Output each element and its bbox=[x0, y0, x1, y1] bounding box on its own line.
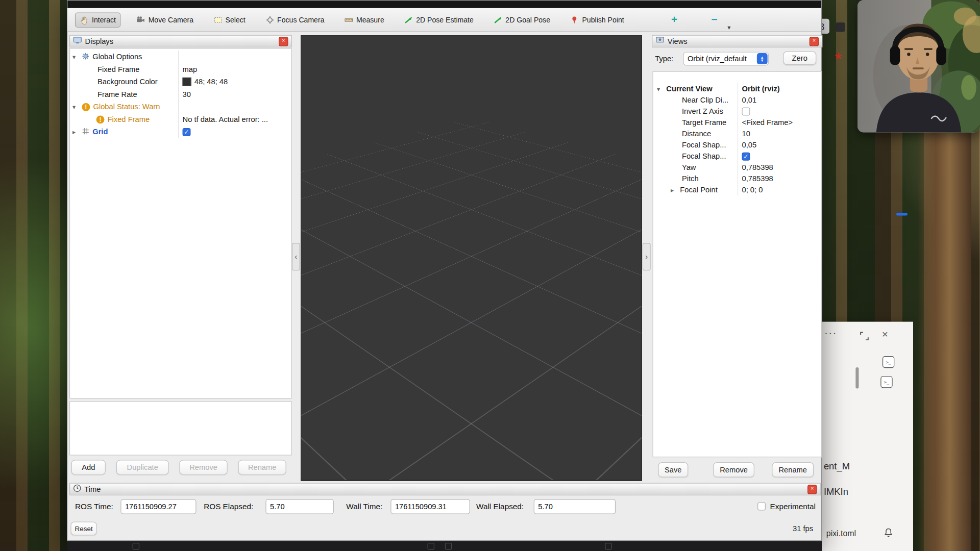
views-panel: Views × Type: Orbit (rviz_default ▴▾ Zer… bbox=[652, 35, 822, 480]
zero-button[interactable]: Zero bbox=[783, 51, 816, 65]
grid-icon bbox=[82, 127, 89, 136]
save-view-button[interactable]: Save bbox=[658, 462, 688, 477]
tool-select[interactable]: Select bbox=[209, 13, 250, 27]
focal-shape-checkbox[interactable]: ✓ bbox=[742, 152, 750, 160]
monitor-icon bbox=[73, 36, 82, 46]
experimental-checkbox[interactable] bbox=[757, 502, 766, 510]
view-row-focal-shape-fixed[interactable]: Focal Shap... ✓ bbox=[653, 151, 821, 162]
terminal-icon[interactable]: >_ bbox=[880, 376, 892, 388]
display-row-global-status[interactable]: ▾ ! Global Status: Warn bbox=[70, 101, 291, 113]
expander-closed-icon[interactable]: ▸ bbox=[671, 187, 677, 193]
remove-tool-button[interactable]: − bbox=[711, 14, 717, 26]
expander-open-icon[interactable]: ▾ bbox=[657, 85, 663, 92]
taskbar-icon[interactable] bbox=[133, 543, 139, 549]
view-row-pitch[interactable]: Pitch 0,785398 bbox=[653, 173, 821, 184]
time-panel: Time × ROS Time: ROS Elapsed: Wall Time:… bbox=[69, 483, 821, 541]
view-row-current-view[interactable]: ▾ Current View Orbit (rviz) bbox=[653, 83, 821, 94]
background-taskbar-strip bbox=[67, 541, 822, 551]
rviz-window: Interact Move Camera Select Focus Camera bbox=[67, 0, 822, 541]
collapse-left-handle[interactable]: ‹ bbox=[292, 243, 300, 270]
pose-arrow-icon bbox=[404, 15, 413, 24]
ros-elapsed-label: ROS Elapsed: bbox=[204, 502, 253, 511]
render-viewport[interactable] bbox=[301, 35, 642, 481]
add-tool-button[interactable]: + bbox=[671, 14, 677, 26]
tool-2d-goal-pose[interactable]: 2D Goal Pose bbox=[489, 13, 554, 27]
publish-point-icon bbox=[570, 15, 579, 24]
displays-panel-header: Displays × bbox=[69, 35, 292, 47]
overflow-menu-icon[interactable]: ··· bbox=[824, 327, 837, 339]
rename-display-button[interactable]: Rename bbox=[238, 460, 286, 474]
view-row-focal-point[interactable]: ▸ Focal Point 0; 0; 0 bbox=[653, 184, 821, 195]
goal-arrow-icon bbox=[494, 15, 502, 24]
tool-measure[interactable]: Measure bbox=[340, 13, 388, 27]
display-row-fixed-frame[interactable]: Fixed Frame map bbox=[70, 63, 291, 76]
toolbar-overflow-chevron-icon[interactable]: ▾ bbox=[727, 24, 730, 31]
collapse-right-handle[interactable]: › bbox=[643, 243, 651, 270]
display-row-global-options[interactable]: ▾ Global Options bbox=[70, 51, 291, 63]
scrollbar-thumb[interactable] bbox=[855, 367, 859, 389]
display-row-grid[interactable]: ▸ Grid ✓ bbox=[70, 126, 291, 138]
clock-icon bbox=[73, 484, 81, 494]
duplicate-display-button[interactable]: Duplicate bbox=[116, 460, 169, 474]
reset-button[interactable]: Reset bbox=[70, 521, 96, 535]
expander-closed-icon[interactable]: ▸ bbox=[72, 129, 79, 135]
taskbar-icon[interactable] bbox=[428, 543, 434, 549]
close-time-button[interactable]: × bbox=[807, 485, 817, 494]
tool-interact[interactable]: Interact bbox=[75, 12, 121, 27]
displays-tree: ▾ Global Options Fixed Frame map Backgro… bbox=[69, 48, 292, 398]
truncated-text: ent_M bbox=[824, 460, 850, 471]
bell-icon[interactable] bbox=[884, 528, 893, 540]
add-display-button[interactable]: Add bbox=[71, 460, 106, 474]
webcam-video bbox=[857, 0, 980, 133]
close-views-button[interactable]: × bbox=[810, 37, 819, 46]
window-titlebar-strip bbox=[67, 1, 821, 8]
maximize-icon[interactable] bbox=[860, 332, 869, 343]
view-type-combo[interactable]: Orbit (rviz_default ▴▾ bbox=[683, 52, 769, 66]
display-row-fixed-frame-status[interactable]: ! Fixed Frame No tf data. Actual error: … bbox=[70, 113, 291, 126]
ros-time-label: ROS Time: bbox=[75, 502, 113, 511]
wall-time-input[interactable] bbox=[390, 499, 470, 514]
view-row-focal-shape-size[interactable]: Focal Shap... 0,05 bbox=[653, 139, 821, 151]
displays-panel: Displays × ▾ Global Options Fixed bbox=[69, 35, 292, 480]
selection-box-icon bbox=[213, 15, 222, 24]
taskbar-icon[interactable] bbox=[445, 543, 452, 549]
warning-icon: ! bbox=[82, 103, 90, 111]
close-icon[interactable]: × bbox=[882, 329, 888, 341]
tool-publish-point[interactable]: Publish Point bbox=[566, 13, 629, 27]
fps-counter: 31 fps bbox=[793, 524, 813, 533]
tool-2d-pose-estimate[interactable]: 2D Pose Estimate bbox=[400, 13, 478, 27]
views-tree: ▾ Current View Orbit (rviz) Near Clip Di… bbox=[652, 71, 822, 458]
truncated-text: IMKIn bbox=[824, 486, 848, 497]
display-row-background-color[interactable]: Background Color 48; 48; 48 bbox=[70, 76, 291, 88]
views-panel-header: Views × bbox=[652, 35, 822, 47]
movie-camera-icon bbox=[136, 15, 145, 24]
view-row-yaw[interactable]: Yaw 0,785398 bbox=[653, 162, 821, 173]
display-row-frame-rate[interactable]: Frame Rate 30 bbox=[70, 88, 291, 101]
taskbar-icon[interactable] bbox=[605, 543, 611, 549]
combo-stepper-icon[interactable]: ▴▾ bbox=[757, 53, 768, 64]
tool-move-camera[interactable]: Move Camera bbox=[132, 13, 198, 27]
displays-panel-title: Displays bbox=[85, 37, 114, 45]
rename-view-button[interactable]: Rename bbox=[772, 462, 814, 477]
close-displays-button[interactable]: × bbox=[279, 37, 288, 46]
tool-focus-camera[interactable]: Focus Camera bbox=[261, 13, 329, 27]
time-panel-header: Time × bbox=[69, 483, 821, 495]
ros-elapsed-input[interactable] bbox=[265, 499, 333, 514]
new-terminal-icon[interactable]: >_ bbox=[883, 356, 894, 368]
rviz-toolbar: Interact Move Camera Select Focus Camera bbox=[67, 8, 821, 32]
expander-open-icon[interactable]: ▾ bbox=[72, 54, 79, 60]
webcam-overlay bbox=[857, 0, 980, 133]
invert-z-checkbox[interactable] bbox=[742, 107, 750, 115]
asterisk-icon: * bbox=[835, 53, 841, 65]
remove-view-button[interactable]: Remove bbox=[713, 462, 754, 477]
remove-display-button[interactable]: Remove bbox=[179, 460, 227, 474]
ros-time-input[interactable] bbox=[120, 499, 196, 514]
color-swatch bbox=[183, 78, 191, 86]
view-row-target-frame[interactable]: Target Frame <Fixed Frame> bbox=[653, 117, 821, 128]
view-row-distance[interactable]: Distance 10 bbox=[653, 128, 821, 139]
view-row-near-clip[interactable]: Near Clip Di... 0,01 bbox=[653, 94, 821, 106]
wall-elapsed-input[interactable] bbox=[534, 499, 616, 514]
expander-open-icon[interactable]: ▾ bbox=[72, 104, 79, 110]
grid-enabled-checkbox[interactable]: ✓ bbox=[183, 128, 191, 136]
view-row-invert-z[interactable]: Invert Z Axis bbox=[653, 106, 821, 117]
